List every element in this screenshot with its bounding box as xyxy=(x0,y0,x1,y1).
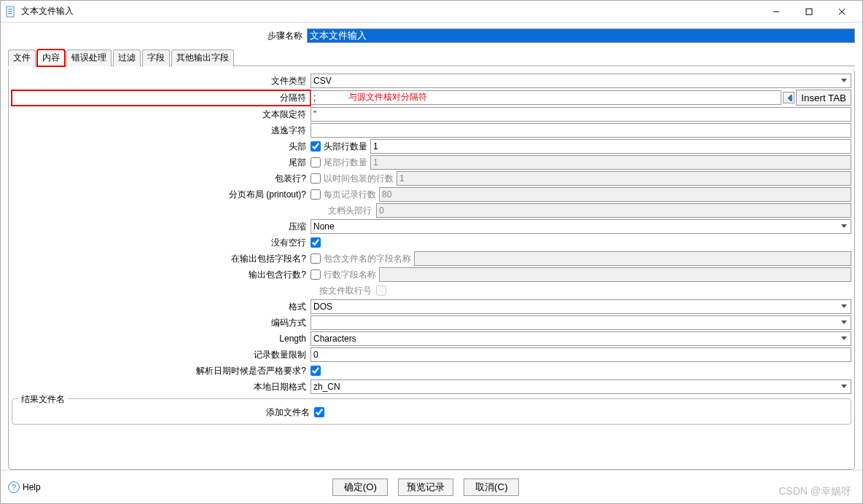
tab-file[interactable]: 文件 xyxy=(8,50,36,66)
include-rownum-check[interactable] xyxy=(311,269,321,280)
enclosure-label: 文本限定符 xyxy=(12,109,311,121)
include-rownum-input xyxy=(379,267,851,282)
rownum-by-file-label: 按文件取行号 xyxy=(12,285,376,297)
header-label: 头部 xyxy=(12,141,311,153)
strict-date-label: 解析日期时候是否严格要求? xyxy=(12,365,311,377)
format-label: 格式 xyxy=(12,301,311,313)
minimize-button[interactable] xyxy=(759,1,792,22)
no-empty-label: 没有空行 xyxy=(12,237,311,249)
tab-content[interactable]: 内容 xyxy=(37,50,65,66)
add-filename-check[interactable] xyxy=(314,407,324,417)
no-empty-check[interactable] xyxy=(311,237,321,248)
result-file-legend: 结果文件名 xyxy=(18,393,68,406)
paged-count-label: 每页记录行数 xyxy=(324,189,376,201)
separator-var-icon[interactable] xyxy=(783,92,794,103)
header-check[interactable] xyxy=(311,141,321,151)
header-count-input[interactable] xyxy=(370,139,851,154)
encoding-label: 编码方式 xyxy=(12,317,311,329)
encoding-select[interactable] xyxy=(311,315,851,330)
svg-rect-8 xyxy=(789,95,793,101)
add-filename-label: 添加文件名 xyxy=(15,406,314,419)
cancel-button[interactable]: 取消(C) xyxy=(464,479,519,496)
tab-other-output[interactable]: 其他输出字段 xyxy=(171,50,234,66)
include-filename-field-label: 包含文件名的字段名称 xyxy=(324,253,411,265)
include-rownum-field-label: 行数字段名称 xyxy=(324,269,376,281)
compression-label: 压缩 xyxy=(12,221,311,233)
strict-date-check[interactable] xyxy=(311,366,321,376)
include-filename-check[interactable] xyxy=(311,253,321,264)
help-icon: ? xyxy=(8,481,20,493)
svg-rect-2 xyxy=(8,11,12,12)
preview-button[interactable]: 预览记录 xyxy=(398,479,453,496)
limit-input[interactable] xyxy=(311,347,851,362)
header-count-label: 头部行数量 xyxy=(324,141,367,153)
paged-count-input xyxy=(379,187,851,202)
svg-rect-1 xyxy=(8,9,12,9)
dialog-window: 文本文件输入 步骤名称 文件 内容 错误处理 过滤 字段 其他输出字段 文件类型… xyxy=(0,0,863,504)
paged-check[interactable] xyxy=(311,189,321,200)
close-button[interactable] xyxy=(825,1,858,22)
wrap-check[interactable] xyxy=(311,173,321,184)
include-rownum-label: 输出包含行数? xyxy=(12,269,311,281)
enclosure-input[interactable] xyxy=(311,107,851,122)
footer-count-label: 尾部行数量 xyxy=(324,157,367,169)
svg-rect-3 xyxy=(8,13,12,14)
escape-input[interactable] xyxy=(311,123,851,138)
tab-fields[interactable]: 字段 xyxy=(142,50,170,66)
tab-bar: 文件 内容 错误处理 过滤 字段 其他输出字段 xyxy=(8,49,855,66)
footer-label: 尾部 xyxy=(12,157,311,169)
wrap-label: 包装行? xyxy=(12,173,311,185)
doc-header-label: 文档头部行 xyxy=(12,205,376,217)
file-type-label: 文件类型 xyxy=(12,75,311,87)
help-label: Help xyxy=(23,482,41,492)
escape-label: 逃逸字符 xyxy=(12,125,311,137)
length-select[interactable]: Characters xyxy=(311,331,851,346)
form-area: 文件类型 CSV 分隔符 与源文件核对分隔符 Insert TAB 文本限定符 … xyxy=(8,69,855,470)
file-type-select[interactable]: CSV xyxy=(311,74,851,88)
footer: ? Help 确定(O) 预览记录 取消(C) xyxy=(1,470,862,503)
limit-label: 记录数量限制 xyxy=(12,349,311,361)
include-filename-input xyxy=(414,251,851,266)
compression-select[interactable]: None xyxy=(311,219,851,234)
include-filename-label: 在输出包括字段名? xyxy=(12,253,311,265)
separator-label: 分隔符 xyxy=(12,90,311,106)
step-name-input[interactable] xyxy=(307,28,855,43)
tab-error[interactable]: 错误处理 xyxy=(66,50,112,66)
result-file-fieldset: 结果文件名 添加文件名 xyxy=(12,398,851,425)
doc-header-input xyxy=(376,203,851,218)
footer-count-input xyxy=(370,155,851,170)
date-locale-select[interactable]: zh_CN xyxy=(311,379,851,394)
svg-rect-5 xyxy=(806,9,812,15)
separator-annotation: 与源文件核对分隔符 xyxy=(348,91,427,103)
help-link[interactable]: ? Help xyxy=(8,481,41,493)
maximize-button[interactable] xyxy=(792,1,825,22)
wrap-count-label: 以时间包装的行数 xyxy=(324,173,394,185)
date-locale-label: 本地日期格式 xyxy=(12,381,311,393)
length-label: Length xyxy=(12,334,311,344)
footer-check[interactable] xyxy=(311,157,321,168)
window-title: 文本文件输入 xyxy=(21,5,759,17)
wrap-count-input xyxy=(397,171,851,186)
insert-tab-button[interactable]: Insert TAB xyxy=(796,90,851,106)
format-select[interactable]: DOS xyxy=(311,299,851,314)
titlebar: 文本文件输入 xyxy=(1,1,862,23)
rownum-by-file-check xyxy=(376,286,386,296)
tab-filter[interactable]: 过滤 xyxy=(113,50,141,66)
app-icon xyxy=(5,6,17,17)
paged-label: 分页布局 (printout)? xyxy=(12,189,311,201)
step-name-label: 步骤名称 xyxy=(8,30,307,42)
ok-button[interactable]: 确定(O) xyxy=(332,479,388,496)
